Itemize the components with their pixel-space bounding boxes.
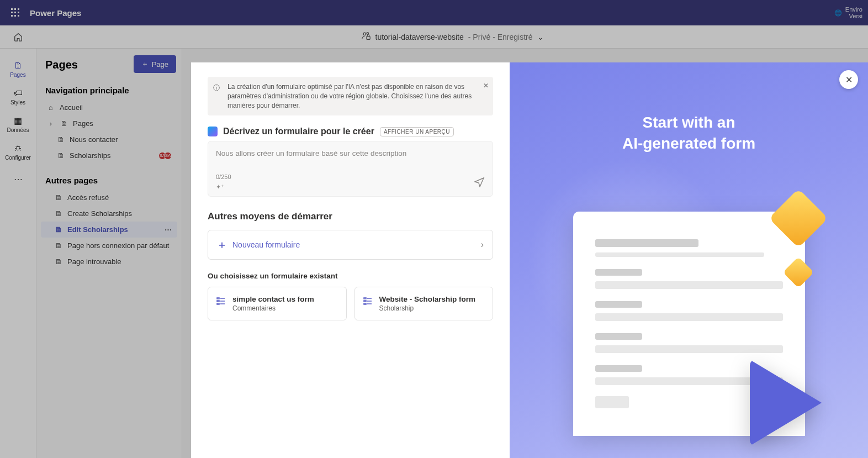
alert-close-icon[interactable]: ✕ [483,81,489,91]
existing-form-card[interactable]: Website - Scholarship form Scholarship [354,287,494,320]
send-icon[interactable] [474,176,485,188]
svg-rect-20 [364,301,366,302]
describe-header: Décrivez un formulaire pour le créer AFF… [208,127,493,136]
form-card-title: Website - Scholarship form [379,295,476,303]
form-modal: ⓘ La création d'un formulaire optimisé p… [191,62,868,458]
prompt-placeholder: Nous allons créer un formulaire basé sur… [216,149,485,164]
chevron-right-icon: › [481,240,484,250]
hero-heading: Start with an AI-generated form [622,112,755,154]
svg-rect-16 [217,303,219,304]
form-card-title: simple contact us form [232,295,314,303]
modal-close-button[interactable]: ✕ [839,70,858,89]
play-icon [750,360,822,446]
existing-form-card[interactable]: simple contact us form Commentaires [208,287,347,320]
alert-banner: ⓘ La création d'un formulaire optimisé p… [208,77,493,115]
form-card-subtitle: Scholarship [379,304,476,312]
svg-rect-22 [364,303,366,304]
hero-line2: AI-generated form [622,135,755,152]
other-means-heading: Autres moyens de démarrer [208,211,493,222]
form-icon [363,296,373,312]
form-card-subtitle: Commentaires [232,304,314,312]
svg-rect-18 [364,298,366,299]
svg-rect-12 [217,298,219,299]
new-form-label: Nouveau formulaire [232,240,300,249]
copilot-icon [208,127,218,136]
modal-right-panel: Start with an AI-generated form ✕ [510,62,868,458]
sparkle-icon[interactable]: ✦⁺ [216,183,231,191]
prompt-box[interactable]: Nous allons créer un formulaire basé sur… [208,141,493,197]
choose-existing-heading: Ou choisissez un formulaire existant [208,272,493,280]
svg-rect-14 [217,301,219,302]
alert-text: La création d'un formulaire optimisé par… [227,83,472,109]
plus-icon: ＋ [217,238,227,251]
preview-badge: AFFICHER UN APERÇU [380,127,454,136]
hero-illustration [573,212,805,436]
form-icon [216,296,226,312]
describe-title: Décrivez un formulaire pour le créer [223,127,374,136]
new-form-button[interactable]: ＋ Nouveau formulaire › [208,230,493,260]
info-icon: ⓘ [213,83,220,93]
modal-left-panel: ⓘ La création d'un formulaire optimisé p… [191,62,510,458]
char-counter: 0/250 [216,173,231,180]
hero-line1: Start with an [642,114,735,131]
